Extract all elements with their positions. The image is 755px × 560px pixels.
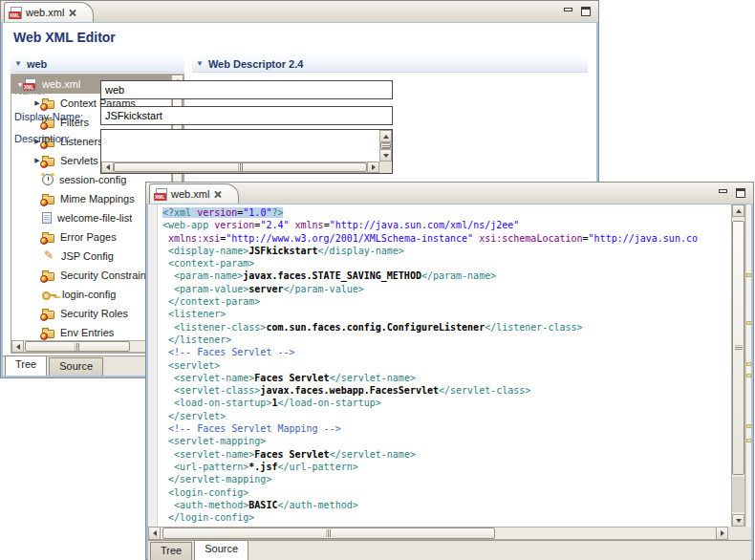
tab-tree[interactable]: Tree <box>150 542 192 560</box>
code-line[interactable]: <load-on-startup>1</load-on-startup> <box>162 397 730 409</box>
minimize-icon[interactable] <box>564 8 572 11</box>
folder-icon <box>42 272 54 281</box>
tree-item-label: Security Roles <box>60 308 128 319</box>
fg-tab-title: web.xml <box>171 188 209 200</box>
code-line[interactable]: <auth-method>BASIC</auth-method> <box>162 499 730 511</box>
name-label: Name: <box>14 85 45 97</box>
descriptor-section-header[interactable]: ▼ Web Descriptor 2.4 <box>192 55 588 73</box>
code-line[interactable]: <param-name>javax.faces.STATE_SAVING_MET… <box>162 269 730 282</box>
code-line[interactable]: <servlet-class>javax.faces.webapp.FacesS… <box>162 384 730 397</box>
scroll-down-button[interactable] <box>379 149 392 162</box>
chevron-down-icon: ▼ <box>196 60 204 68</box>
folder-icon <box>42 234 54 243</box>
code-line[interactable]: <context-param> <box>162 257 730 269</box>
scrollbar-corner <box>379 162 392 173</box>
name-field[interactable] <box>100 80 393 99</box>
page-icon <box>42 212 52 224</box>
annotation-marker[interactable] <box>746 273 751 277</box>
tree-item-label: welcome-file-list <box>57 212 132 224</box>
code-line[interactable]: <servlet-name>Faces Servlet</servlet-nam… <box>162 372 730 384</box>
scrollbar-thumb[interactable] <box>114 162 367 172</box>
folder-icon <box>42 311 54 319</box>
scroll-up-button[interactable] <box>379 130 392 142</box>
pencil-icon: ✎ <box>42 249 55 263</box>
tab-source[interactable]: Source <box>194 540 248 560</box>
annotation-ruler <box>148 205 158 527</box>
minimize-icon[interactable] <box>719 189 727 193</box>
maximize-icon[interactable] <box>581 7 591 16</box>
description-label: Description: <box>14 133 70 144</box>
selected-text: <?xml version="1.0"?> <box>162 207 283 218</box>
code-line[interactable]: <param-value>server</param-value> <box>162 283 730 295</box>
annotation-marker[interactable] <box>746 374 751 377</box>
annotation-marker[interactable] <box>746 362 751 366</box>
code-line[interactable]: </servlet-mapping> <box>162 473 730 485</box>
annotation-marker[interactable] <box>746 439 751 442</box>
folder-icon <box>42 158 54 166</box>
scroll-left-button[interactable] <box>101 162 114 173</box>
close-icon[interactable] <box>213 190 221 198</box>
close-icon[interactable] <box>68 9 76 16</box>
fg-window-content: <?xml version="1.0"?><web-app version="2… <box>146 204 753 559</box>
tree-item-label: JSP Config <box>61 250 114 262</box>
code-line[interactable]: <listener-class>com.sun.faces.config.Con… <box>162 321 730 334</box>
outline-section-header[interactable]: ▼ web <box>11 55 184 73</box>
code-line[interactable]: <display-name>JSFkickstart</display-name… <box>162 245 730 257</box>
tree-item-label: login-config <box>62 289 116 300</box>
description-vertical-scrollbar[interactable] <box>379 130 392 162</box>
code-line[interactable]: <login-config> <box>162 486 730 499</box>
scrollbar-thumb[interactable] <box>25 341 130 352</box>
overview-ruler[interactable] <box>745 205 751 527</box>
scroll-left-button[interactable] <box>11 340 24 353</box>
code-line[interactable]: <servlet-mapping> <box>162 435 730 447</box>
description-horizontal-scrollbar[interactable] <box>101 162 379 173</box>
tab-source[interactable]: Source <box>49 357 103 376</box>
editor-vertical-scrollbar[interactable] <box>731 205 745 527</box>
fg-page-tabs: Tree Source <box>148 540 751 560</box>
tree-item-label: Security Constraints <box>60 269 154 281</box>
bg-tab-title: web.xml <box>26 7 64 18</box>
editor-scroll-row <box>148 527 751 540</box>
code-line[interactable]: <url-pattern>*.jsf</url-pattern> <box>162 461 730 473</box>
scrollbar-thumb[interactable] <box>162 528 495 539</box>
code-line[interactable]: <listener> <box>162 308 730 320</box>
scroll-right-button[interactable] <box>716 527 728 540</box>
code-line[interactable]: <web-app version="2.4" xmlns="http://jav… <box>162 219 730 231</box>
descriptor-section-title: Web Descriptor 2.4 <box>208 58 303 70</box>
fg-editor-tab[interactable]: web.xml <box>149 183 239 204</box>
scrollbar-thumb[interactable] <box>732 221 744 475</box>
display-name-field[interactable] <box>100 106 393 125</box>
scroll-down-button[interactable] <box>732 514 744 527</box>
maximize-icon[interactable] <box>736 188 745 198</box>
code-line[interactable]: <servlet> <box>162 359 730 372</box>
code-line[interactable]: xmlns:xsi="http://www.w3.org/2001/XMLSch… <box>162 232 730 245</box>
code-line[interactable]: </servlet> <box>162 410 730 422</box>
code-line[interactable]: <!-- Faces Servlet Mapping --> <box>162 422 730 435</box>
code-area[interactable]: <?xml version="1.0"?><web-app version="2… <box>159 205 730 527</box>
folder-icon <box>42 196 54 205</box>
scroll-right-button[interactable] <box>367 162 379 173</box>
tree-item-label: Error Pages <box>60 231 117 243</box>
code-line[interactable]: </context-param> <box>162 295 730 308</box>
scroll-left-button[interactable] <box>148 527 161 540</box>
code-line[interactable]: <!-- Faces Servlet --> <box>162 346 730 358</box>
scrollbar-track[interactable] <box>732 477 744 512</box>
scrollbar-thumb[interactable] <box>380 142 391 149</box>
bg-editor-tab[interactable]: web.xml <box>4 2 94 22</box>
annotation-marker[interactable] <box>746 424 751 428</box>
tab-tree[interactable]: Tree <box>5 355 47 376</box>
tree-item-label: Mime Mappings <box>60 193 135 205</box>
scroll-up-button[interactable] <box>732 205 744 217</box>
code-line[interactable]: <?xml version="1.0"?> <box>162 206 730 219</box>
outline-section-title: web <box>27 58 47 70</box>
clock-icon <box>42 174 54 185</box>
editor-horizontal-scrollbar[interactable] <box>148 527 728 540</box>
code-line[interactable]: </login-config> <box>162 511 730 524</box>
screenshot-canvas: web.xml Web XML Editor ▼ web ▼web.xml▶Co… <box>0 0 755 560</box>
code-line[interactable]: <servlet-name>Faces Servlet</servlet-nam… <box>162 448 730 461</box>
code-line[interactable]: </listener> <box>162 334 730 346</box>
description-field[interactable] <box>100 129 393 174</box>
fg-editor-tabbar: web.xml <box>146 183 753 204</box>
annotation-marker[interactable] <box>746 321 751 325</box>
fg-window-controls <box>719 188 745 198</box>
